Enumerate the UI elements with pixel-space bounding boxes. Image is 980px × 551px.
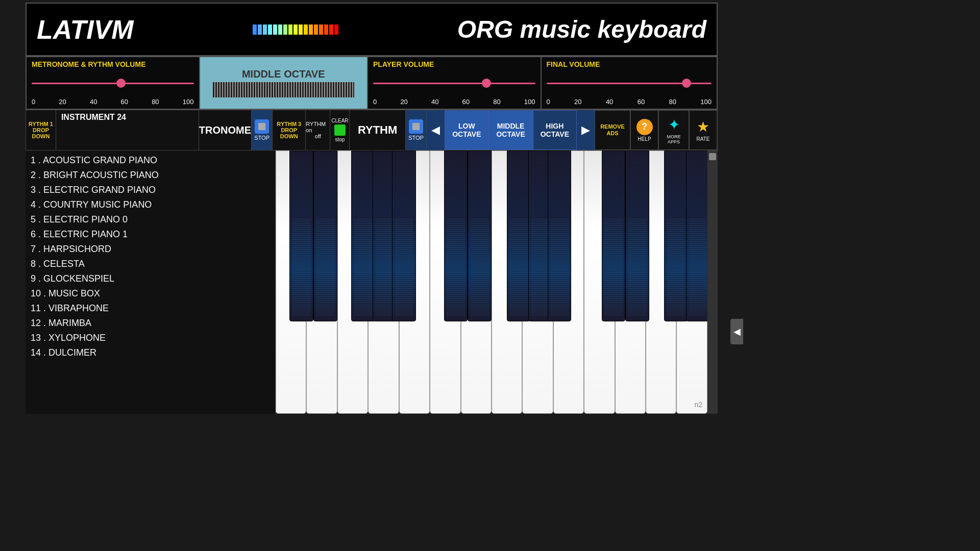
black-key-pattern: [667, 217, 685, 317]
side-arrow-button[interactable]: ◀: [730, 319, 743, 344]
stop-button-1[interactable]: STOP: [252, 110, 273, 150]
final-scale: 020406080100: [547, 98, 712, 106]
instrument-item-3[interactable]: 3 . ELECTRIC GRAND PIANO: [31, 183, 270, 197]
black-key-pattern: [689, 217, 707, 317]
instrument-item-1[interactable]: 1 . ACOUSTIC GRAND PIANO: [31, 153, 270, 168]
instrument-item-10[interactable]: 10 . MUSIC BOX: [31, 286, 270, 301]
black-key-pattern: [471, 217, 489, 317]
help-button[interactable]: ? HELP: [630, 110, 658, 150]
final-slider[interactable]: [547, 76, 712, 91]
octave-display: MIDDLE OCTAVE: [200, 57, 368, 109]
header: LATIVM ORG music keyboard: [26, 3, 718, 56]
black-key-pattern: [395, 217, 413, 317]
action-buttons: REMOVE ADS ? HELP ✦ MORE APPS ★ RATE: [595, 110, 717, 150]
black-key-5[interactable]: [444, 151, 468, 321]
right-scrollbar[interactable]: [707, 151, 718, 414]
player-volume-panel: PLAYER VOLUME 020406080100: [368, 57, 541, 109]
remove-ads-button[interactable]: REMOVE ADS: [595, 110, 630, 150]
rate-button[interactable]: ★ RATE: [689, 110, 717, 150]
final-volume-panel: FINAL VOLUME 020406080100: [541, 57, 717, 109]
instrument-item-2[interactable]: 2 . BRIGHT ACOUSTIC PIANO: [31, 168, 270, 183]
spectrum-segment: [314, 24, 318, 35]
black-key-pattern: [604, 217, 623, 317]
spectrum-segment: [258, 24, 262, 35]
player-thumb[interactable]: [482, 79, 491, 88]
scroll-thumb[interactable]: [709, 153, 716, 160]
org-title: ORG music keyboard: [457, 15, 706, 43]
spectrum-segment: [268, 24, 272, 35]
black-key-pattern: [447, 217, 465, 317]
black-key-13[interactable]: [686, 151, 707, 321]
octave-prev-button[interactable]: ◀: [427, 110, 445, 150]
rythm-main-button[interactable]: RYTHM: [350, 110, 406, 150]
black-key-pattern: [292, 217, 311, 317]
instrument-item-7[interactable]: 7 . HARPSICHORD: [31, 242, 270, 257]
instrument-item-9[interactable]: 9 . GLOCKENSPIEL: [31, 271, 270, 286]
middle-octave-button[interactable]: MIDDLEOCTAVE: [488, 110, 532, 150]
rythm1-dropdown[interactable]: RYTHM 1 DROP DOWN: [26, 110, 56, 150]
instrument-title: INSTRUMENT 24: [61, 113, 193, 122]
octave-controls: ◀ LOWOCTAVE MIDDLEOCTAVE HIGHOCTAVE ▶: [427, 110, 595, 150]
spectrum-segment: [309, 24, 313, 35]
metronome-thumb[interactable]: [116, 79, 126, 88]
player-track: [373, 83, 535, 84]
piano-keys: n2: [276, 151, 707, 414]
stop-icon-1: [255, 119, 269, 134]
instrument-item-12[interactable]: 12 . MARIMBA: [31, 316, 270, 331]
octave-next-button[interactable]: ▶: [577, 110, 595, 150]
instrument-item-11[interactable]: 11 . VIBRAPHONE: [31, 301, 270, 316]
tronome-button[interactable]: TRONOME: [199, 110, 252, 150]
instrument-item-4[interactable]: 4 . COUNTRY MUSIC PIANO: [31, 197, 270, 212]
metronome-slider[interactable]: [32, 76, 194, 91]
spectrum-segment: [329, 24, 333, 35]
rythm-on-off-toggle[interactable]: RYTHM on off: [306, 110, 330, 150]
black-key-1[interactable]: [313, 151, 337, 321]
low-octave-button[interactable]: LOWOCTAVE: [445, 110, 488, 150]
black-key-pattern: [316, 217, 335, 317]
volume-section: METRONOME & RYTHM VOLUME 020406080100 MI…: [26, 56, 718, 110]
instrument-item-5[interactable]: 5 . ELECTRIC PIANO 0: [31, 212, 270, 227]
black-key-12[interactable]: [664, 151, 688, 321]
spectrum-segment: [278, 24, 282, 35]
spectrum-segment: [319, 24, 323, 35]
black-key-pattern: [550, 217, 569, 317]
final-thumb[interactable]: [682, 79, 691, 88]
more-apps-button[interactable]: ✦ MORE APPS: [658, 110, 689, 150]
instrument-dropdown[interactable]: INSTRUMENT 24: [56, 110, 199, 150]
clear-stop-button[interactable]: CLEAR stop: [330, 110, 350, 150]
instrument-item-14[interactable]: 14 . DULCIMER: [31, 345, 270, 360]
black-key-10[interactable]: [602, 151, 626, 321]
stop-square-1: [258, 123, 265, 130]
stop-button-2[interactable]: STOP: [406, 110, 427, 150]
final-track: [547, 83, 712, 84]
black-key-7[interactable]: [507, 151, 531, 321]
stop-square-2: [412, 123, 420, 130]
high-octave-button[interactable]: HIGHOCTAVE: [533, 110, 577, 150]
black-key-2[interactable]: [351, 151, 375, 321]
spectrum-segment: [283, 24, 287, 35]
final-label: FINAL VOLUME: [547, 60, 712, 68]
metronome-scale: 020406080100: [32, 98, 194, 106]
app-title: LATIVM: [37, 14, 134, 45]
clear-indicator: [334, 124, 346, 136]
instrument-item-6[interactable]: 6 . ELECTRIC PIANO 1: [31, 227, 270, 242]
player-slider[interactable]: [373, 76, 535, 91]
spectrum-segment: [304, 24, 308, 35]
n2-label: n2: [694, 400, 702, 409]
black-key-11[interactable]: [625, 151, 649, 321]
spectrum-segment: [288, 24, 292, 35]
black-key-6[interactable]: [468, 151, 492, 321]
black-key-0[interactable]: [289, 151, 313, 321]
spectrum-segment: [293, 24, 298, 35]
spectrum-segment: [324, 24, 328, 35]
instrument-item-13[interactable]: 13 . XYLOPHONE: [31, 331, 270, 345]
rate-icon: ★: [697, 118, 709, 135]
spectrum-segment: [334, 24, 338, 35]
octave-display-text: MIDDLE OCTAVE: [242, 68, 325, 80]
metronome-track: [32, 83, 194, 84]
black-key-9[interactable]: [548, 151, 572, 321]
rythm3-dropdown[interactable]: RYTHM 3 DROP DOWN: [273, 110, 306, 150]
instrument-item-8[interactable]: 8 . CELESTA: [31, 257, 270, 271]
spectrum-segment: [273, 24, 277, 35]
black-key-4[interactable]: [392, 151, 416, 321]
